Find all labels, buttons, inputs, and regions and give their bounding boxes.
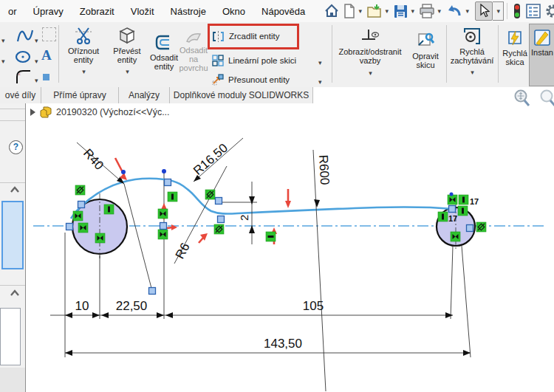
groupbox-collapse-chevron[interactable] [10,186,20,193]
zoom-area-icon[interactable] [538,89,554,108]
dim-22-50[interactable]: 22,50 [116,299,148,313]
spline-flyout-stub[interactable]: ▾ [1,32,5,46]
dim-r600[interactable]: R600 [316,154,332,185]
sketch-point-handle[interactable] [66,224,73,230]
menu-okno[interactable]: Okno [214,0,253,22]
sketch-point-handle[interactable] [216,198,222,204]
home-button[interactable] [322,1,341,21]
graphics-area[interactable]: 20190320 (Výchozí<<Výc... [26,103,554,392]
save-button[interactable]: ▾ [391,1,417,21]
move-entities-button[interactable]: Přesunout entity [212,71,290,89]
fillet-tool-icon[interactable]: × [15,68,33,86]
properties-button[interactable] [524,1,543,21]
vertical-constraint-icon[interactable] [168,192,177,202]
coincident-constraint-icon[interactable] [95,233,105,243]
convert-dropdown[interactable]: ▾ [126,68,129,75]
dim-r6[interactable]: R6 [173,241,193,261]
fillet-dropdown[interactable]: ▾ [34,72,38,86]
coincident-constraint-icon[interactable] [158,209,168,219]
sketch-viewport[interactable]: R40 R16,50 R6 R600 2 [26,103,554,392]
mirror-selection-listbox[interactable] [1,201,24,269]
quick-snaps-button[interactable]: Rychlá zachytávání ▾ [448,27,496,77]
print-dropdown[interactable]: ▾ [436,7,442,15]
tangent-constraint-icon[interactable] [476,222,486,232]
circle-tool-icon[interactable] [15,49,31,65]
tangent-constraint-icon[interactable] [75,185,85,195]
sketch-point-handle[interactable] [165,179,171,186]
circle-flyout-stub[interactable]: ▾ [1,53,5,66]
coincident-constraint-icon[interactable] [451,232,460,241]
endpoint-dot[interactable] [162,169,166,173]
open-button[interactable]: ▾ [365,1,391,21]
vertical-constraint-icon[interactable] [458,206,468,216]
menu-napoveda[interactable]: Nápověda [253,0,313,22]
coincident-constraint-icon[interactable] [158,230,168,239]
dim-2[interactable]: 2 [238,215,250,221]
repair-sketch-button[interactable]: Opravit skicu [407,31,444,69]
horizontal-constraint-icon[interactable] [266,232,276,241]
rapid-sketch-button[interactable]: Rychlá skica [500,30,530,66]
dim-10[interactable]: 10 [75,299,89,313]
vertical-constraint-icon[interactable] [438,212,448,221]
quick-snaps-dropdown[interactable]: ▾ [471,69,474,76]
menu-zobrazit[interactable]: Zobrazit [72,0,123,22]
display-delete-relations-button[interactable]: Zobrazit/odstranit vazby ▾ [335,28,406,78]
dim-143-50[interactable]: 143,50 [264,337,302,351]
r600-leader[interactable] [313,150,326,391]
menu-nastroje[interactable]: Nástroje [163,0,214,22]
tab-plechove-dily[interactable]: ové díly [0,87,41,103]
circle-dropdown[interactable]: ▾ [34,53,38,66]
vertical-constraint-icon[interactable] [104,204,114,214]
options-button[interactable]: ▾ [543,1,554,21]
select-tool-button[interactable] [475,1,493,21]
dim-r40[interactable]: R40 [81,146,106,173]
open-dropdown[interactable]: ▾ [383,7,390,15]
spline-dropdown[interactable]: ▾ [34,32,38,46]
save-dropdown[interactable]: ▾ [409,7,416,15]
vertical-constraint-icon[interactable] [459,195,468,204]
tangent-constraint-icon[interactable] [214,224,224,234]
convert-entities-button[interactable]: Převést entity ▾ [106,26,148,76]
new-document-button[interactable]: ▾ [341,1,365,21]
tab-prime-upravy[interactable]: Přímé úpravy [41,87,119,103]
tab-doplnkove-moduly[interactable]: Doplňkové moduly SOLIDWORKS [170,87,313,103]
move-entities-dropdown[interactable]: ▾ [318,74,322,87]
trim-entities-button[interactable]: Oříznout entity ▾ [61,26,106,76]
text-tool-icon[interactable]: A [41,47,52,63]
print-button[interactable]: ▾ [417,1,444,21]
coincident-constraint-icon[interactable] [73,211,83,221]
undo-dropdown[interactable]: ▾ [464,7,471,15]
help-icon[interactable]: ? [9,140,23,154]
mirror-about-listbox[interactable] [0,308,21,365]
trim-dropdown[interactable]: ▾ [82,68,86,75]
mirror-entities-button[interactable]: Zrcadlit entity [212,27,279,45]
sketch-point-handle[interactable] [160,223,167,230]
coincident-constraint-icon[interactable] [448,195,457,204]
linear-pattern-dropdown[interactable]: ▾ [318,55,322,68]
menu-vlozit[interactable]: Vložit [123,0,163,22]
tab-analyzy[interactable]: Analýzy [119,87,170,103]
zoom-fit-icon[interactable] [513,89,532,108]
relations-dropdown[interactable]: ▾ [369,69,372,77]
endpoint-dot[interactable] [450,193,454,196]
instant2d-button[interactable]: Instan [529,24,554,86]
new-document-dropdown[interactable]: ▾ [357,7,363,15]
select-tool-dropdown[interactable]: ▾ [493,1,504,21]
linear-sketch-pattern-button[interactable]: Lineární pole skici [212,52,296,69]
sketch-point-handle[interactable] [467,225,473,232]
rebuild-button[interactable] [510,1,524,21]
endpoint-dot[interactable] [121,170,126,174]
point-tool-icon[interactable] [43,74,49,80]
undo-button[interactable]: ▾ [444,1,472,21]
groupbox-collapse-chevron[interactable] [10,289,20,296]
sketch-point-handle[interactable] [78,202,85,208]
sketch-point-handle[interactable] [149,288,156,295]
dim-r16-50[interactable]: R16,50 [191,141,230,178]
sketch-point-handle[interactable] [218,216,225,223]
tangent-constraint-icon[interactable] [205,190,215,199]
coincident-constraint-icon[interactable] [78,223,88,233]
spline-tool-icon[interactable] [16,28,34,44]
menu-upravy[interactable]: Úpravy [25,0,72,22]
sketch-point-handle[interactable] [449,206,456,213]
dim-105[interactable]: 105 [303,299,324,313]
